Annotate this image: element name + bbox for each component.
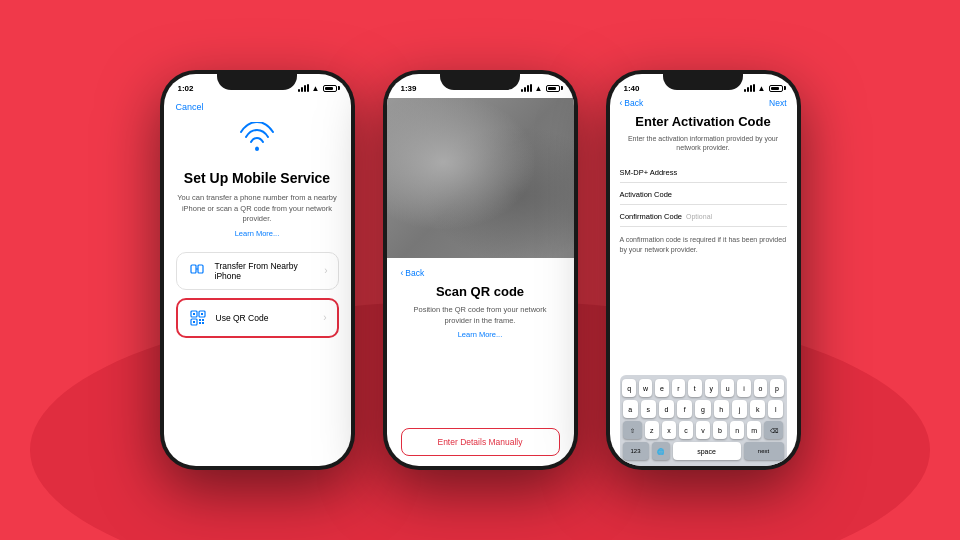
svg-point-0 (255, 147, 259, 151)
key-j[interactable]: j (732, 400, 747, 418)
key-r[interactable]: r (672, 379, 685, 397)
key-n[interactable]: n (730, 421, 744, 439)
signal-icon (298, 84, 309, 92)
phone-3-notch (663, 70, 743, 90)
key-f[interactable]: f (677, 400, 692, 418)
phone-2-body: ‹ Back Scan QR code Position the QR code… (387, 258, 574, 466)
phone-3-subtitle: Enter the activation information provide… (620, 134, 787, 154)
phones-container: 1:02 ▲ Cancel (160, 70, 801, 470)
signal-icon (521, 84, 532, 92)
key-o[interactable]: o (754, 379, 767, 397)
transfer-chevron-icon: › (324, 265, 327, 276)
phone-1-notch (217, 70, 297, 90)
phone-1-title: Set Up Mobile Service (176, 169, 339, 187)
activation-field-label[interactable]: Activation Code (620, 190, 787, 199)
keyboard-bottom-row: 123 🌐 space next (623, 442, 784, 460)
phone-2-nav: ‹ Back (401, 268, 560, 278)
transfer-nearby-option[interactable]: Transfer From Nearby iPhone › (176, 252, 339, 290)
key-k[interactable]: k (750, 400, 765, 418)
key-s[interactable]: s (641, 400, 656, 418)
phone-2-learn-more[interactable]: Learn More... (401, 330, 560, 339)
key-g[interactable]: g (695, 400, 710, 418)
smdp-field-row: SM-DP+ Address (620, 163, 787, 183)
wifi-icon: ▲ (312, 84, 320, 93)
next-key[interactable]: next (744, 442, 784, 460)
qr-option-label: Use QR Code (216, 313, 324, 323)
key-m[interactable]: m (747, 421, 761, 439)
space-key[interactable]: space (673, 442, 741, 460)
numbers-key[interactable]: 123 (623, 442, 649, 460)
phone-1-learn-more[interactable]: Learn More... (176, 229, 339, 238)
svg-rect-9 (199, 319, 201, 321)
shift-key[interactable]: ⇧ (623, 421, 642, 439)
svg-rect-8 (193, 321, 195, 323)
wifi-icon: ▲ (758, 84, 766, 93)
qr-icon (188, 308, 208, 328)
phone-2: 1:39 ▲ ‹ Back Scan QR code (383, 70, 578, 470)
phone-2-status-icons: ▲ (521, 84, 560, 93)
phone-3-title: Enter Activation Code (620, 114, 787, 130)
transfer-option-label: Transfer From Nearby iPhone (215, 261, 325, 281)
key-e[interactable]: e (655, 379, 668, 397)
key-z[interactable]: z (645, 421, 659, 439)
key-u[interactable]: u (721, 379, 734, 397)
wifi-icon: ▲ (535, 84, 543, 93)
key-p[interactable]: p (770, 379, 783, 397)
key-a[interactable]: a (623, 400, 638, 418)
phone-3-nav: ‹ Back Next (620, 98, 787, 108)
back-button[interactable]: ‹ Back (620, 98, 644, 108)
svg-rect-11 (199, 322, 201, 324)
transfer-icon (187, 261, 207, 281)
optional-tag: Optional (686, 213, 712, 220)
confirmation-field-row: Confirmation Code Optional (620, 207, 787, 227)
keyboard-row-1: q w e r t y u i o p (623, 379, 784, 397)
cancel-button[interactable]: Cancel (176, 102, 339, 112)
battery-icon (769, 85, 783, 92)
next-button[interactable]: Next (769, 98, 786, 108)
phone-2-content: ‹ Back Scan QR code Position the QR code… (387, 98, 574, 466)
phone-2-time: 1:39 (401, 84, 417, 93)
svg-rect-6 (193, 313, 195, 315)
key-b[interactable]: b (713, 421, 727, 439)
wireless-icon (176, 122, 339, 161)
svg-rect-10 (202, 319, 204, 321)
keyboard-row-3: ⇧ z x c v b n m ⌫ (623, 421, 784, 439)
qr-chevron-icon: › (323, 312, 326, 323)
key-h[interactable]: h (714, 400, 729, 418)
phone-3: 1:40 ▲ ‹ Back Next Enter Activation Code… (606, 70, 801, 470)
key-x[interactable]: x (662, 421, 676, 439)
confirmation-note: A confirmation code is required if it ha… (620, 235, 787, 255)
backspace-key[interactable]: ⌫ (764, 421, 783, 439)
phone-3-time: 1:40 (624, 84, 640, 93)
signal-icon (744, 84, 755, 92)
phone-2-notch (440, 70, 520, 90)
key-l[interactable]: l (768, 400, 783, 418)
phone-1: 1:02 ▲ Cancel (160, 70, 355, 470)
use-qr-option[interactable]: Use QR Code › (176, 298, 339, 338)
key-i[interactable]: i (737, 379, 750, 397)
phone-2-screen: 1:39 ▲ ‹ Back Scan QR code (387, 74, 574, 466)
phone-1-description: You can transfer a phone number from a n… (176, 193, 339, 225)
key-t[interactable]: t (688, 379, 701, 397)
key-d[interactable]: d (659, 400, 674, 418)
camera-viewfinder (387, 98, 574, 258)
battery-icon (323, 85, 337, 92)
smdp-field-label[interactable]: SM-DP+ Address (620, 168, 787, 177)
confirmation-field-label[interactable]: Confirmation Code Optional (620, 212, 787, 221)
phone-3-content: ‹ Back Next Enter Activation Code Enter … (610, 98, 797, 466)
phone-3-screen: 1:40 ▲ ‹ Back Next Enter Activation Code… (610, 74, 797, 466)
battery-icon (546, 85, 560, 92)
key-y[interactable]: y (705, 379, 718, 397)
key-w[interactable]: w (639, 379, 652, 397)
phone-3-status-icons: ▲ (744, 84, 783, 93)
svg-rect-7 (201, 313, 203, 315)
key-c[interactable]: c (679, 421, 693, 439)
key-v[interactable]: v (696, 421, 710, 439)
key-q[interactable]: q (622, 379, 635, 397)
camera-texture (387, 98, 574, 258)
svg-rect-1 (191, 265, 196, 273)
emoji-key[interactable]: 🌐 (652, 442, 670, 460)
phone-2-description: Position the QR code from your network p… (401, 305, 560, 326)
back-button[interactable]: ‹ Back (401, 268, 425, 278)
enter-manually-button[interactable]: Enter Details Manually (401, 428, 560, 456)
